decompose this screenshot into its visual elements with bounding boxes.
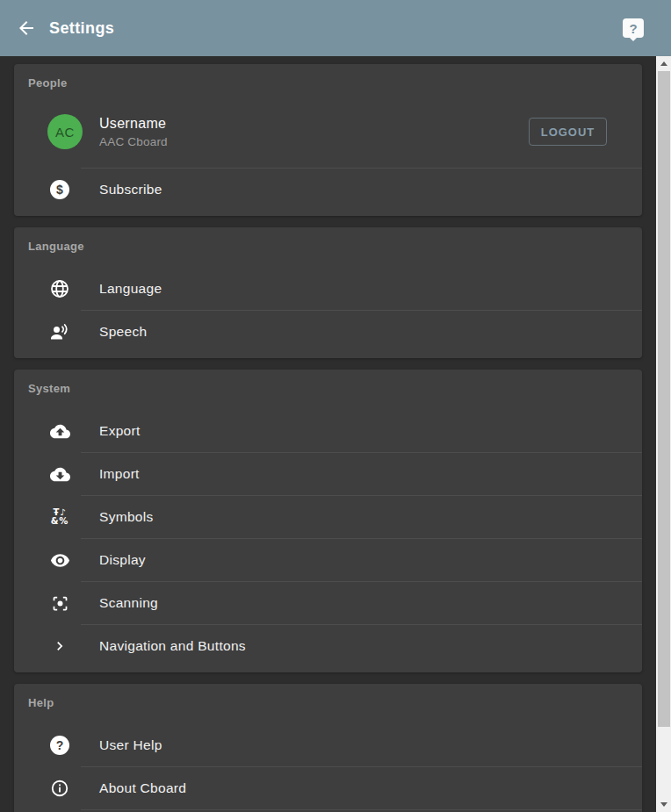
section-system: System Export Import Ŧ♪ &% (14, 370, 642, 672)
app-bar: Settings ? (0, 0, 671, 56)
section-header-people: People (28, 76, 628, 90)
vertical-scrollbar[interactable] (656, 56, 671, 812)
scroll-up-button[interactable] (656, 56, 671, 71)
triangle-up-icon (660, 61, 667, 66)
settings-screen: Settings ? People AC Username AAC Cboard… (0, 0, 671, 812)
list-item-scanning[interactable]: Scanning (14, 582, 642, 624)
section-help: Help ? User Help About Cboard (14, 684, 642, 812)
list-item-about-cboard[interactable]: About Cboard (14, 767, 642, 809)
list-item-display[interactable]: Display (14, 539, 642, 581)
page-title: Settings (49, 19, 623, 38)
list-item-label: User Help (99, 737, 162, 753)
scrollbar-thumb[interactable] (658, 71, 670, 727)
symbols-icon: Ŧ♪ &% (49, 507, 70, 528)
list-item-label: Export (99, 423, 141, 439)
list-item-label: Navigation and Buttons (99, 638, 246, 654)
list-item-subscribe[interactable]: $ Subscribe (14, 169, 642, 211)
list-item-label: Symbols (99, 509, 154, 525)
list-item-label: Language (99, 281, 162, 297)
cloud-download-icon (49, 463, 70, 485)
list-item-label: Display (99, 552, 146, 568)
back-button[interactable] (12, 14, 40, 42)
arrow-back-icon (16, 18, 37, 39)
settings-content: People AC Username AAC Cboard LOGOUT $ S… (0, 56, 656, 812)
list-item-label: Speech (99, 324, 147, 340)
scroll-down-button[interactable] (656, 797, 671, 812)
user-name: Username (99, 116, 168, 132)
section-header-help: Help (28, 696, 628, 710)
globe-icon (49, 278, 70, 299)
user-subtitle: AAC Cboard (99, 135, 168, 148)
list-item-export[interactable]: Export (14, 410, 642, 452)
section-header-system: System (28, 382, 628, 396)
scan-focus-icon (49, 593, 70, 614)
section-header-language: Language (28, 240, 628, 254)
logout-button[interactable]: LOGOUT (529, 118, 607, 146)
list-item-speech[interactable]: Speech (14, 311, 642, 353)
list-item-label: Import (99, 466, 140, 482)
voice-icon (49, 321, 70, 342)
list-item-label: Scanning (99, 595, 158, 611)
divider (81, 809, 642, 810)
chevron-right-icon (49, 636, 70, 657)
list-item-label: Subscribe (99, 182, 162, 198)
avatar: AC (47, 114, 83, 149)
monetization-icon: $ (49, 179, 70, 200)
list-item-symbols[interactable]: Ŧ♪ &% Symbols (14, 496, 642, 538)
user-text: Username AAC Cboard (99, 116, 168, 148)
info-icon (49, 778, 70, 799)
list-item-import[interactable]: Import (14, 453, 642, 495)
contextual-help-button[interactable]: ? (623, 18, 644, 38)
section-language: Language Language (14, 227, 642, 358)
list-item-navigation-and-buttons[interactable]: Navigation and Buttons (14, 625, 642, 667)
user-account-row[interactable]: AC Username AAC Cboard LOGOUT (14, 96, 642, 168)
cloud-upload-icon (49, 420, 70, 442)
question-mark-icon: ? (629, 21, 637, 36)
list-item-language[interactable]: Language (14, 268, 642, 310)
list-item-user-help[interactable]: ? User Help (14, 724, 642, 766)
section-people: People AC Username AAC Cboard LOGOUT $ S… (14, 64, 642, 216)
eye-icon (49, 550, 70, 571)
triangle-down-icon (660, 802, 667, 807)
help-circle-icon: ? (49, 735, 70, 756)
list-item-label: About Cboard (99, 780, 186, 796)
